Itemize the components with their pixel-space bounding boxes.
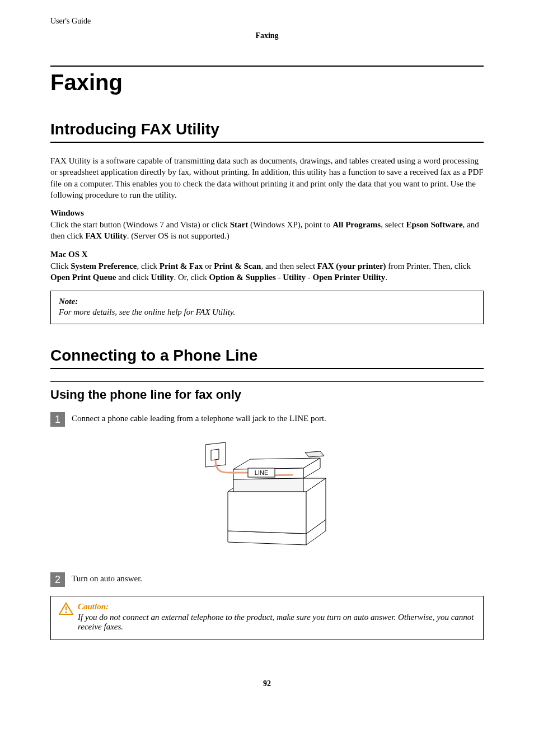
step-1: 1 Connect a phone cable leading from a t… — [50, 412, 484, 427]
text: - — [276, 273, 283, 282]
svg-marker-3 — [228, 492, 306, 534]
step-number-2: 2 — [50, 572, 65, 587]
caution-title: Caution: — [78, 602, 109, 611]
step-2-text: Turn on auto answer. — [72, 572, 142, 584]
bold: Epson Software — [406, 220, 463, 229]
heading-connecting: Connecting to a Phone Line — [50, 347, 484, 365]
text: from Printer. Then, click — [386, 262, 471, 270]
step-number-1: 1 — [50, 412, 65, 427]
rule-below-h2-connect — [50, 368, 484, 369]
text: and click — [116, 273, 151, 282]
text: or — [203, 262, 214, 270]
text: , select — [381, 220, 406, 229]
section-topic: Faxing — [50, 31, 484, 40]
bold: Print & Scan — [214, 262, 261, 270]
text: , and then select — [261, 262, 317, 270]
mac-instructions: Click System Preference, click Print & F… — [50, 260, 484, 283]
bold: Option & Supplies — [209, 273, 276, 282]
note-box: Note: For more details, see the online h… — [50, 291, 484, 324]
rule-above-h1 — [50, 66, 484, 67]
note-title: Note: — [59, 297, 475, 306]
text: , click — [137, 262, 159, 270]
step-1-text: Connect a phone cable leading from a tel… — [72, 412, 326, 423]
step-2: 2 Turn on auto answer. — [50, 572, 484, 587]
page-title: Faxing — [50, 70, 484, 95]
svg-marker-9 — [233, 478, 303, 492]
rule-below-h2-intro — [50, 142, 484, 143]
page-number: 92 — [50, 679, 484, 688]
bold: System Preference — [71, 262, 137, 270]
bold: Start — [230, 220, 249, 229]
text: . — [385, 273, 387, 282]
heading-fax-only: Using the phone line for fax only — [50, 388, 484, 402]
text: . Or, click — [174, 273, 209, 282]
svg-marker-12 — [211, 449, 219, 460]
bold: Utility — [151, 273, 174, 282]
caution-icon — [59, 602, 74, 618]
intro-paragraph: FAX Utility is a software capable of tra… — [50, 155, 484, 200]
bold: All Programs — [332, 220, 381, 229]
text: - — [306, 273, 313, 282]
figure-printer-line: LINE — [50, 436, 484, 556]
bold: FAX Utility — [85, 231, 127, 240]
windows-instructions: Click the start button (Windows 7 and Vi… — [50, 219, 484, 242]
running-head: User's Guide — [50, 17, 484, 26]
caution-box: Caution: If you do not connect an extern… — [50, 596, 484, 640]
rule-above-h3 — [50, 381, 484, 382]
svg-point-16 — [65, 612, 67, 613]
svg-marker-10 — [305, 451, 324, 457]
text: Click — [50, 262, 71, 270]
text: (Windows XP), point to — [248, 220, 332, 229]
bold: Open Printer Utility — [313, 273, 386, 282]
printer-illustration: LINE — [194, 436, 340, 553]
bold: Open Print Queue — [50, 273, 116, 282]
line-port-label: LINE — [255, 469, 268, 476]
bold: Print & Fax — [160, 262, 203, 270]
windows-label: Windows — [50, 208, 484, 218]
caution-body: If you do not connect an external teleph… — [78, 613, 475, 632]
text: Click the start button (Windows 7 and Vi… — [50, 220, 230, 229]
bold: FAX (your printer) — [317, 262, 386, 270]
mac-label: Mac OS X — [50, 250, 484, 259]
heading-introducing: Introducing FAX Utility — [50, 120, 484, 138]
bold: Utility — [283, 273, 306, 282]
text: . (Server OS is not supported.) — [127, 231, 229, 240]
note-body: For more details, see the online help fo… — [59, 307, 475, 317]
